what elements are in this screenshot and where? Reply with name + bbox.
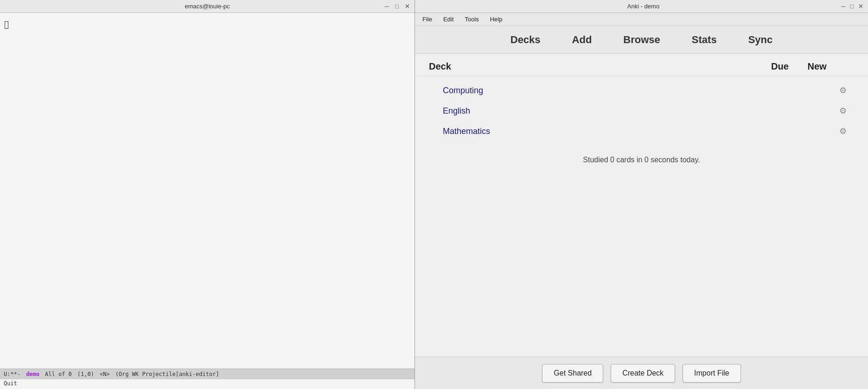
header-deck: Deck: [429, 61, 761, 72]
emacs-win-controls: ─ □ ✕: [383, 3, 411, 10]
emacs-mode-name: <N>: [100, 371, 110, 377]
anki-menubar: File Edit Tools Help: [415, 13, 868, 26]
anki-title: Anki - demo: [447, 3, 840, 10]
deck-name-english[interactable]: English: [443, 106, 762, 116]
anki-win-controls: ─ □ ✕: [840, 3, 864, 10]
emacs-titlebar: emacs@louie-pc ─ □ ✕: [0, 0, 415, 13]
anki-footer: Get Shared Create Deck Import File: [415, 357, 868, 389]
emacs-body: [0, 13, 415, 369]
emacs-minibuffer-text: Quit: [4, 380, 17, 387]
anki-content: Deck Due New Computing ⚙ English ⚙ Mathe…: [415, 54, 868, 357]
emacs-title: emacs@louie-pc: [32, 3, 383, 10]
gear-icon-computing[interactable]: ⚙: [836, 84, 849, 96]
menu-help[interactable]: Help: [485, 14, 507, 24]
emacs-statusbar: U:**- demo All of 0 (1,0) <N> (Org WK Pr…: [0, 369, 415, 379]
anki-close-button[interactable]: ✕: [857, 3, 864, 10]
deck-row-english[interactable]: English ⚙: [420, 101, 863, 121]
studied-text: Studied 0 cards in 0 seconds today.: [415, 142, 868, 178]
header-due: Due: [761, 61, 798, 72]
deck-row-computing[interactable]: Computing ⚙: [420, 81, 863, 100]
toolbar-decks-button[interactable]: Decks: [504, 31, 547, 49]
emacs-buffer-name: demo: [26, 371, 39, 377]
create-deck-button[interactable]: Create Deck: [611, 364, 675, 383]
emacs-position: All of 0: [45, 371, 72, 377]
deck-row-mathematics[interactable]: Mathematics ⚙: [420, 121, 863, 141]
gear-icon-english[interactable]: ⚙: [836, 105, 849, 117]
menu-edit[interactable]: Edit: [439, 14, 458, 24]
emacs-cursor: [5, 21, 8, 29]
emacs-minor-modes: (Org WK Projectile[anki-editor]: [115, 371, 219, 377]
emacs-minibuffer: Quit: [0, 379, 415, 389]
toolbar-sync-button[interactable]: Sync: [742, 31, 779, 49]
anki-toolbar: Decks Add Browse Stats Sync: [415, 26, 868, 54]
deck-name-computing[interactable]: Computing: [443, 86, 762, 96]
deck-header: Deck Due New: [415, 54, 868, 76]
anki-window: Anki - demo ─ □ ✕ File Edit Tools Help D…: [415, 0, 868, 389]
toolbar-add-button[interactable]: Add: [566, 31, 599, 49]
toolbar-browse-button[interactable]: Browse: [617, 31, 666, 49]
menu-tools[interactable]: Tools: [460, 14, 483, 24]
emacs-mode-indicator: U:**-: [4, 371, 20, 377]
emacs-maximize-button[interactable]: □: [393, 3, 401, 10]
gear-icon-mathematics[interactable]: ⚙: [836, 125, 849, 137]
anki-minimize-button[interactable]: ─: [840, 3, 846, 10]
emacs-coords: (1,0): [77, 371, 94, 377]
emacs-minimize-button[interactable]: ─: [383, 3, 390, 10]
emacs-close-button[interactable]: ✕: [403, 3, 411, 10]
deck-name-mathematics[interactable]: Mathematics: [443, 127, 762, 136]
anki-maximize-button[interactable]: □: [849, 3, 855, 10]
header-new: New: [798, 61, 836, 72]
import-file-button[interactable]: Import File: [683, 364, 741, 383]
toolbar-stats-button[interactable]: Stats: [685, 31, 723, 49]
anki-titlebar: Anki - demo ─ □ ✕: [415, 0, 868, 13]
menu-file[interactable]: File: [418, 14, 437, 24]
deck-list: Computing ⚙ English ⚙ Mathematics ⚙ Stud…: [415, 76, 868, 357]
get-shared-button[interactable]: Get Shared: [542, 364, 603, 383]
emacs-window: emacs@louie-pc ─ □ ✕ U:**- demo All of 0…: [0, 0, 415, 389]
